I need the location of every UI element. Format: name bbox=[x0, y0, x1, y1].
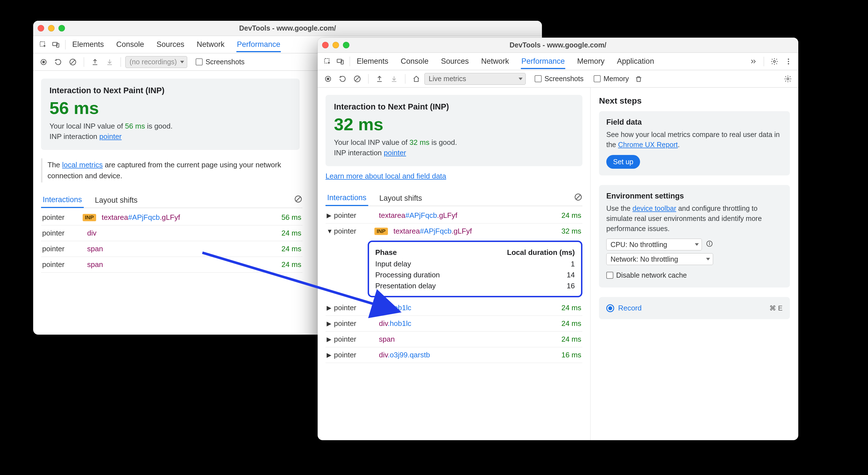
crux-link[interactable]: Chrome UX Report bbox=[618, 141, 678, 148]
close-icon[interactable] bbox=[322, 42, 329, 48]
kebab-icon[interactable] bbox=[782, 55, 795, 68]
info-icon[interactable] bbox=[706, 240, 713, 249]
inspect-icon[interactable] bbox=[321, 55, 334, 68]
record-radio[interactable]: Record bbox=[606, 304, 642, 312]
phase-breakdown: PhaseLocal duration (ms) Input delay1 Pr… bbox=[368, 241, 582, 297]
device-icon[interactable] bbox=[50, 38, 62, 51]
interaction-row[interactable]: ▶ pointer textarea#APjFqcb.gLFyf 24 ms bbox=[326, 208, 582, 224]
next-steps-heading: Next steps bbox=[599, 96, 790, 106]
device-toolbar-link[interactable]: device toolbar bbox=[632, 204, 676, 212]
chevron-right-icon[interactable]: ▶ bbox=[327, 351, 334, 359]
live-metrics-select[interactable]: Live metrics bbox=[425, 73, 526, 85]
download-icon[interactable] bbox=[103, 56, 116, 68]
clear-icon[interactable] bbox=[351, 72, 364, 86]
tab-elements[interactable]: Elements bbox=[72, 37, 104, 52]
svg-rect-25 bbox=[709, 243, 710, 245]
memory-checkbox[interactable]: Memory bbox=[594, 75, 629, 83]
tab-performance[interactable]: Performance bbox=[521, 54, 565, 69]
zoom-icon[interactable] bbox=[343, 42, 349, 48]
svg-point-14 bbox=[788, 61, 789, 62]
download-icon[interactable] bbox=[388, 72, 401, 86]
chevron-right-icon[interactable]: ▶ bbox=[327, 336, 334, 343]
inp-subtabs: Interactions Layout shifts bbox=[41, 192, 303, 208]
minimize-icon[interactable] bbox=[48, 25, 55, 31]
gc-icon[interactable] bbox=[632, 72, 645, 86]
tab-sources[interactable]: Sources bbox=[440, 54, 469, 69]
window-controls[interactable] bbox=[322, 42, 349, 48]
settings-icon[interactable] bbox=[768, 55, 781, 68]
svg-line-6 bbox=[71, 60, 75, 64]
chevron-right-icon[interactable]: ▶ bbox=[327, 320, 334, 327]
interaction-row[interactable]: pointer INP textarea#APjFqcb.gLFyf 56 ms bbox=[41, 210, 303, 226]
recordings-select[interactable]: (no recordings) bbox=[125, 56, 187, 68]
inp-value: 56 ms bbox=[50, 98, 291, 118]
minimize-icon[interactable] bbox=[333, 42, 339, 48]
svg-point-4 bbox=[42, 61, 45, 63]
titlebar[interactable]: DevTools - www.google.com/ bbox=[318, 38, 798, 53]
tab-console[interactable]: Console bbox=[116, 37, 145, 52]
interaction-row[interactable]: ▼ pointer INP textarea#APjFqcb.gLFyf 32 … bbox=[326, 224, 582, 239]
screenshots-checkbox[interactable]: Screenshots bbox=[535, 75, 584, 83]
interaction-row[interactable]: ▶ pointer span 24 ms bbox=[326, 332, 582, 347]
clear-interactions-icon[interactable] bbox=[294, 195, 303, 205]
cpu-throttle-select[interactable]: CPU: No throttling bbox=[606, 239, 702, 250]
zoom-icon[interactable] bbox=[59, 25, 65, 31]
interaction-row[interactable]: pointer span 24 ms bbox=[41, 241, 303, 257]
record-icon[interactable] bbox=[321, 72, 335, 86]
tab-elements[interactable]: Elements bbox=[356, 54, 389, 69]
window-controls[interactable] bbox=[38, 25, 65, 31]
screenshots-checkbox[interactable]: Screenshots bbox=[196, 58, 245, 66]
titlebar[interactable]: DevTools - www.google.com/ bbox=[33, 21, 542, 36]
upload-icon[interactable] bbox=[89, 56, 101, 68]
home-icon[interactable] bbox=[410, 72, 423, 86]
record-icon[interactable] bbox=[37, 56, 50, 68]
local-metrics-info: The local metrics are captured from the … bbox=[41, 158, 297, 182]
network-throttle-select[interactable]: Network: No throttling bbox=[606, 253, 713, 265]
subtab-interactions[interactable]: Interactions bbox=[41, 192, 84, 208]
interactions-table: ▶ pointer textarea#APjFqcb.gLFyf 24 ms ▼… bbox=[326, 208, 582, 363]
svg-point-15 bbox=[788, 63, 789, 64]
tab-performance[interactable]: Performance bbox=[237, 37, 281, 52]
panel-gear-icon[interactable] bbox=[781, 72, 794, 86]
tab-network[interactable]: Network bbox=[480, 54, 509, 69]
tab-network[interactable]: Network bbox=[196, 37, 225, 52]
subtab-layout-shifts[interactable]: Layout shifts bbox=[378, 191, 424, 205]
clear-icon[interactable] bbox=[66, 56, 79, 68]
tab-console[interactable]: Console bbox=[400, 54, 429, 69]
interaction-row[interactable]: ▶ pointer div.hob1lc 24 ms bbox=[326, 316, 582, 332]
learn-more-link[interactable]: Learn more about local and field data bbox=[326, 172, 446, 180]
inp-card: Interaction to Next Paint (INP) 56 ms Yo… bbox=[41, 78, 300, 150]
overflow-icon[interactable] bbox=[747, 55, 760, 68]
window-title: DevTools - www.google.com/ bbox=[33, 24, 542, 32]
tab-sources[interactable]: Sources bbox=[156, 37, 185, 52]
interaction-row[interactable]: ▶ pointer div.hob1lc 24 ms bbox=[326, 300, 582, 316]
recordings-placeholder: (no recordings) bbox=[130, 58, 177, 66]
inspect-icon[interactable] bbox=[36, 38, 50, 51]
inp-subtabs: Interactions Layout shifts bbox=[326, 190, 582, 206]
tab-memory[interactable]: Memory bbox=[577, 54, 605, 69]
setup-button[interactable]: Set up bbox=[606, 155, 640, 169]
reload-record-icon[interactable] bbox=[52, 56, 65, 68]
record-panel: Record ⌘ E bbox=[599, 297, 790, 319]
inp-interaction-link[interactable]: pointer bbox=[99, 132, 122, 141]
chevron-down-icon[interactable]: ▼ bbox=[327, 228, 334, 235]
interaction-row[interactable]: pointer div 24 ms bbox=[41, 226, 303, 241]
clear-interactions-icon[interactable] bbox=[574, 193, 582, 203]
reload-record-icon[interactable] bbox=[336, 72, 349, 86]
svg-point-20 bbox=[787, 78, 789, 80]
interaction-row[interactable]: pointer span 24 ms bbox=[41, 257, 303, 273]
subtab-layout-shifts[interactable]: Layout shifts bbox=[93, 193, 140, 207]
chevron-right-icon[interactable]: ▶ bbox=[327, 304, 334, 312]
close-icon[interactable] bbox=[38, 25, 44, 31]
chevron-right-icon[interactable]: ▶ bbox=[327, 212, 334, 219]
inp-interaction-link[interactable]: pointer bbox=[384, 148, 406, 157]
interaction-row[interactable]: ▶ pointer div.o3j99.qarstb 16 ms bbox=[326, 347, 582, 363]
inp-value: 32 ms bbox=[334, 114, 574, 134]
subtab-interactions[interactable]: Interactions bbox=[326, 190, 368, 206]
tab-application[interactable]: Application bbox=[616, 54, 655, 69]
local-metrics-link[interactable]: local metrics bbox=[62, 161, 102, 169]
device-icon[interactable] bbox=[334, 55, 347, 68]
devtools-window-2: DevTools - www.google.com/ Elements Cons… bbox=[318, 38, 798, 440]
upload-icon[interactable] bbox=[373, 72, 386, 86]
disable-cache-checkbox[interactable]: Disable network cache bbox=[606, 271, 687, 279]
